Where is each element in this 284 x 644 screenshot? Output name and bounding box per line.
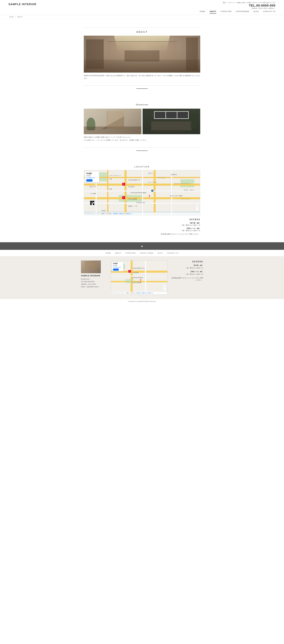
footer-metro: 【東京メトロ○○線】 ○○駅｜番出口より徒歩○○分 <box>172 270 203 276</box>
access-subway: 【地下鉄○○線】 ○○駅｜番出口より徒歩○○分 <box>84 222 200 226</box>
map-label-5: 中央区泡丁目店 <box>136 202 145 204</box>
location-section: LOCATION 中央区役所 <box>81 157 203 242</box>
map-label-16: プライム ビル <box>157 177 165 179</box>
map-report-link[interactable]: 地図の誤りを報告する <box>119 213 132 215</box>
about-section: ABOUT SAMPLE INTERIORは0000年、東京ではじめた家具屋です… <box>81 19 203 95</box>
map-district: 中央区 <box>86 172 98 175</box>
footer-map-bottom: キーボードショートカット 地図データ ©2022 利用規約 地図の誤りを報告する <box>111 292 168 294</box>
main-nav: HOME ABOUT FURNITURE EVENT&NEWS BLOG CON… <box>0 9 284 15</box>
showroom-section: Showroom 写真や言葉よりも実際に部屋に訪れてインテリアを見てもらいたい。… <box>81 95 203 157</box>
map-zoom-out[interactable]: − <box>196 208 199 211</box>
footer-zoom-out[interactable]: − <box>163 288 166 291</box>
map-zoom-in[interactable]: + <box>196 204 199 208</box>
site-logo: SAMPLE INTERIOR <box>8 3 36 6</box>
qr-code <box>90 200 95 205</box>
footer-map[interactable]: 中央区役所 産門内市場 東銀座 中央区立図書館 中央区位置区所2丁目 📍 2 中… <box>111 260 168 294</box>
map-terms-link[interactable]: 利用規約 <box>113 213 118 215</box>
footer-map-label-market: 産門内市場 東銀座 <box>132 277 143 278</box>
footer-shop-info: 東京都中央区・・ TEL.0000-0000-0000 営業時間：0:00〜00… <box>81 278 106 288</box>
map-data-credit: 地図データ ©2022 <box>101 213 112 215</box>
map-label-7: エクゼ銀座 <box>90 193 96 194</box>
map-label-9: ファミリーマート <box>180 198 191 200</box>
footer-zoom-controls[interactable]: + − <box>163 284 166 291</box>
map-label-17: Google <box>102 210 106 211</box>
map-zoom-controls[interactable]: + − <box>195 204 199 211</box>
art-piece-3 <box>177 112 188 118</box>
map-label-11: ナチュラルローソン <box>110 175 121 176</box>
interior-stairs <box>124 50 160 62</box>
breadcrumb-home: HOME <box>9 16 14 18</box>
footer-map-info: 中央区 東京都 拡大地図を表示 ルート <box>112 262 124 271</box>
nav-home[interactable]: HOME <box>200 10 205 14</box>
footer-route-btn[interactable]: ルート <box>113 268 119 271</box>
map-label-12: 中央区役所建所2丁目 <box>128 179 140 181</box>
map-major-road-v2 <box>154 170 156 215</box>
footer-body: SAMPLE INTERIOR 東京都中央区・・ TEL.0000-0000-0… <box>0 256 284 299</box>
footer-zoom-in[interactable]: + <box>163 284 166 288</box>
map-label-chuo: 中央区役所 <box>128 186 134 188</box>
art-piece-2 <box>166 112 177 118</box>
footer-map-link[interactable]: 拡大地図を表示 <box>113 266 121 268</box>
footer-nav-about[interactable]: ABOUT <box>115 252 121 254</box>
map-location-pin: 📍 <box>148 195 151 198</box>
map-label-15: CRAZE ・MSビル <box>184 189 194 191</box>
shelf-left-decor <box>86 39 104 69</box>
site-phone: TEL.00-0000-000 <box>223 4 276 8</box>
footer-keyboard: キーボードショートカット <box>112 292 125 294</box>
nav-events[interactable]: EVENT&NEWS <box>236 10 249 14</box>
footer-prefecture: 東京都 <box>113 264 122 266</box>
access-section: ACCESS 【地下鉄○○線】 ○○駅｜番出口より徒歩○○分 【東京メトロ○○線… <box>84 216 200 238</box>
footer-district: 中央区 <box>113 262 122 264</box>
footer-content: SAMPLE INTERIOR 東京都中央区・・ TEL.0000-0000-0… <box>81 260 203 294</box>
map-label-2: 中央区立産門内市場 東銀座 <box>130 192 146 194</box>
access-subway-label: 【地下鉄○○線】 <box>84 222 200 224</box>
about-description: SAMPLE INTERIORは0000年、東京ではじめた家具屋です。流行に流さ… <box>84 72 200 81</box>
showroom-image-right <box>142 109 200 134</box>
side-chair <box>190 114 198 129</box>
footer-logo-image <box>81 260 101 273</box>
footer-nav-events[interactable]: EVENT & NEWS <box>140 252 154 254</box>
footer-map-terms[interactable]: 利用規約 <box>136 292 141 294</box>
nav-about[interactable]: ABOUT <box>210 10 216 14</box>
access-parking: 駐車場は最寄りのコインパーキングをご利用ください。 <box>84 233 200 235</box>
footer-nav-home[interactable]: HOME <box>106 252 111 254</box>
route-number-2: 1 <box>122 196 125 199</box>
footer-phone: TEL.0000-0000-0000 <box>81 280 106 283</box>
back-to-top-button[interactable]: ▲ <box>0 242 284 250</box>
nav-blog[interactable]: BLOG <box>254 10 259 14</box>
map-route-btn[interactable]: ルート <box>86 179 92 182</box>
art-piece-1 <box>155 112 166 118</box>
footer-left: SAMPLE INTERIOR 東京都中央区・・ TEL.0000-0000-0… <box>81 260 106 294</box>
footer-metro-label: 【東京メトロ○○線】 <box>172 270 203 273</box>
coffee-table <box>154 130 183 133</box>
footer-hours: 営業時間：0:00〜00:00 <box>81 283 106 286</box>
map-label-6: 上島珈琲店 <box>170 174 177 176</box>
footer-map-road-h3 <box>111 276 168 277</box>
footer-parking: 駐車場は最寄りのコインパーキングをご利用ください。 <box>172 277 203 281</box>
back-to-top-icon: ▲ <box>141 244 143 248</box>
footer-access: ACCESS 【地下鉄○○線】 ○○駅｜番出口より徒歩○○分 【東京メトロ○○線… <box>172 260 203 294</box>
footer-nav-furniture[interactable]: FURNITURE <box>126 252 136 254</box>
footer-map-report[interactable]: 地図の誤りを報告する <box>142 292 153 294</box>
footer-nav-blog[interactable]: BLOG <box>158 252 163 254</box>
nav-contact[interactable]: CONTACT US <box>263 10 276 14</box>
deco-line <box>136 88 148 89</box>
footer-nav-contact[interactable]: CONTACT US <box>167 252 178 254</box>
footer-subway-label: 【地下鉄○○線】 <box>172 264 203 267</box>
footer-metro-detail: ○○駅｜番出口より徒歩○○分 <box>172 273 203 276</box>
footer-closed: 休業日：毎週水曜/年末年始 <box>81 286 106 288</box>
about-title: ABOUT <box>84 28 200 36</box>
map-label-3: 中央区立図書館 <box>128 198 137 200</box>
map-expand-link[interactable]: 拡大地図を表示 <box>86 177 95 178</box>
site-tagline: 家具・ファブリック・雑貨など暮らしを豊かにするインテリアを取り揃えています <box>223 2 276 4</box>
access-metro: 【東京メトロ○○線】 ○○駅｜番出口より徒歩○○分 <box>84 227 200 232</box>
main-map[interactable]: 中央区役所 セブン-イレブン 中央区立産門内市場 東銀座 中央区立図書館 川留 … <box>84 170 200 216</box>
map-major-road-v1 <box>124 170 126 215</box>
footer-map-label-chuo: 中央区役所 <box>132 272 139 274</box>
nav-furniture[interactable]: FURNITURE <box>220 10 232 14</box>
footer-img-detail <box>85 262 97 270</box>
map-canvas: 中央区役所 セブン-イレブン 中央区立産門内市場 東銀座 中央区立図書館 川留 … <box>84 170 200 215</box>
access-metro-label: 【東京メトロ○○線】 <box>84 227 200 230</box>
map-keyboard-shortcut: キーボードショートカット <box>85 213 100 215</box>
footer-shop-name: SAMPLE INTERIOR <box>81 275 106 277</box>
